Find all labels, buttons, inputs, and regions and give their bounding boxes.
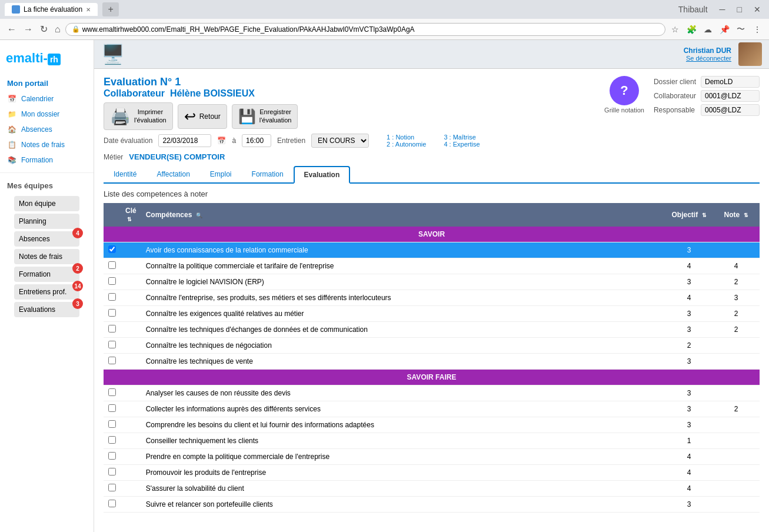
table-row[interactable]: S'assurer la solvabilité du client 4 [104,481,760,497]
row-checkbox[interactable] [108,468,116,476]
ext4-btn[interactable]: 〜 [734,22,748,36]
sidebar-portal-title[interactable]: Mon portail [0,75,94,91]
table-row[interactable]: Promouvoir les produits de l'entreprise … [104,465,760,481]
checkbox-cell[interactable] [104,385,121,401]
status-select[interactable]: EN COURS [311,134,369,148]
reload-btn[interactable]: ↻ [38,22,50,36]
back-nav-btn[interactable]: ← [5,23,19,36]
url-input[interactable] [82,25,659,34]
table-row[interactable]: Analyser les causes de non réussite des … [104,385,760,401]
row-checkbox[interactable] [108,452,116,460]
date-input[interactable] [158,134,211,147]
table-row[interactable]: Connaître le logiciel NAVISION (ERP) 3 2 [104,274,760,290]
row-checkbox[interactable] [108,245,116,253]
checkbox-cell[interactable] [104,449,121,465]
row-checkbox[interactable] [108,261,116,269]
sidebar-item-mon-equipe[interactable]: Mon équipe [14,196,79,211]
checkbox-cell[interactable] [104,497,121,513]
tab-identite[interactable]: Identité [104,166,147,182]
checkbox-cell[interactable] [104,322,121,338]
new-tab-btn[interactable]: + [102,2,119,16]
checkbox-cell[interactable] [104,290,121,306]
ext2-btn[interactable]: ☁ [701,22,715,36]
sidebar-item-planning[interactable]: Planning [14,214,79,229]
calendar-icon-small[interactable]: 📅 [217,137,226,145]
row-checkbox[interactable] [108,484,116,491]
sidebar-item-evaluations[interactable]: Evaluations3 [14,302,79,317]
ext3-btn[interactable]: 📌 [717,22,731,36]
row-checkbox[interactable] [108,293,116,301]
sidebar-item-entretiens-prof[interactable]: Entretiens prof.14 [14,284,79,300]
checkbox-cell[interactable] [104,338,121,354]
sidebar-item-absences[interactable]: Absences4 [14,231,79,247]
close-btn[interactable]: ✕ [750,4,764,15]
sidebar-item-mon-dossier[interactable]: 📁 Mon dossier [0,107,94,122]
ext1-btn[interactable]: 🧩 [684,22,698,36]
row-checkbox[interactable] [108,436,116,444]
checkbox-cell[interactable] [104,258,121,274]
grille-btn[interactable]: ? [610,76,639,105]
row-checkbox[interactable] [108,420,116,428]
maximize-btn[interactable]: □ [734,4,745,15]
checkbox-cell[interactable] [104,242,121,258]
sidebar-item-notes-de-frais[interactable]: Notes de frais [14,249,79,264]
tab-formation[interactable]: Formation [242,166,294,182]
table-row[interactable]: Connaître les techniques de vente 3 [104,354,760,370]
table-row[interactable]: Connaître l'entreprise, ses produits, se… [104,290,760,306]
menu-btn[interactable]: ⋮ [750,22,764,36]
th-note[interactable]: Note ⇅ [713,203,760,227]
table-row[interactable]: Connaître les exigences qualité relative… [104,306,760,322]
browser-tab[interactable]: La fiche évaluation ✕ [5,3,98,16]
th-competences[interactable]: Compétences 🔍 [141,203,665,227]
logout-link[interactable]: Se déconnecter [684,55,731,62]
checkbox-cell[interactable] [104,417,121,433]
sidebar-item-calendrier[interactable]: 📅 Calendrier [0,91,94,107]
time-input[interactable] [242,134,271,147]
window-controls: Thibault ─ □ ✕ [675,4,764,15]
checkbox-cell[interactable] [104,274,121,290]
minimize-btn[interactable]: ─ [716,4,729,15]
row-checkbox[interactable] [108,325,116,332]
row-checkbox[interactable] [108,341,116,348]
checkbox-cell[interactable] [104,481,121,497]
table-row[interactable]: Connaître la politique commerciale et ta… [104,258,760,274]
sidebar-item-formation[interactable]: 📚 Formation [0,152,94,168]
table-row[interactable]: Conseiller techniquement les clients 1 [104,433,760,449]
row-checkbox[interactable] [108,357,116,364]
th-objectif[interactable]: Objectif ⇅ [665,203,713,227]
checkbox-cell[interactable] [104,465,121,481]
tab-affectation[interactable]: Affectation [147,166,199,182]
table-row[interactable]: Connaître les techniques de négociation … [104,338,760,354]
row-checkbox[interactable] [108,500,116,507]
tab-evaluation[interactable]: Evaluation [294,166,351,184]
table-row[interactable]: Suivre et relancer son portefeuille clie… [104,497,760,513]
checkbox-cell[interactable] [104,401,121,417]
table-row[interactable]: Avoir des connaissances de la relation c… [104,242,760,258]
save-btn[interactable]: 💾 Enregistrerl'évaluation [232,104,298,129]
row-checkbox[interactable] [108,277,116,285]
sidebar-item-notes-frais[interactable]: 📋 Notes de frais [0,137,94,152]
checkbox-cell[interactable] [104,306,121,322]
table-row[interactable]: Prendre en compte la politique commercia… [104,449,760,465]
tab-emploi[interactable]: Emploi [200,166,242,182]
sidebar-item-formation[interactable]: Formation2 [14,267,79,282]
table-row[interactable]: Collecter les informations auprès des di… [104,401,760,417]
bookmark-btn[interactable]: ☆ [668,22,682,36]
print-btn[interactable]: 🖨️ Imprimerl'évaluation [104,102,173,130]
row-checkbox[interactable] [108,388,116,396]
sidebar-item-absences[interactable]: 🏠 Absences [0,122,94,137]
checkbox-cell[interactable] [104,354,121,370]
back-btn[interactable]: ↩ Retour [178,104,227,129]
home-btn[interactable]: ⌂ [52,23,63,36]
note-cell [713,417,760,433]
row-checkbox[interactable] [108,404,116,412]
tab-close-btn[interactable]: ✕ [86,6,91,13]
table-row[interactable]: Comprendre les besoins du client et lui … [104,417,760,433]
row-checkbox[interactable] [108,309,116,317]
checkbox-cell[interactable] [104,433,121,449]
comp-list-title: Liste des competences à noter [104,189,760,198]
url-bar[interactable]: 🔒 [65,23,665,36]
table-row[interactable]: Connaître les techniques d'échanges de d… [104,322,760,338]
forward-nav-btn[interactable]: → [21,23,35,36]
th-key[interactable]: Clé ⇅ [121,203,141,227]
